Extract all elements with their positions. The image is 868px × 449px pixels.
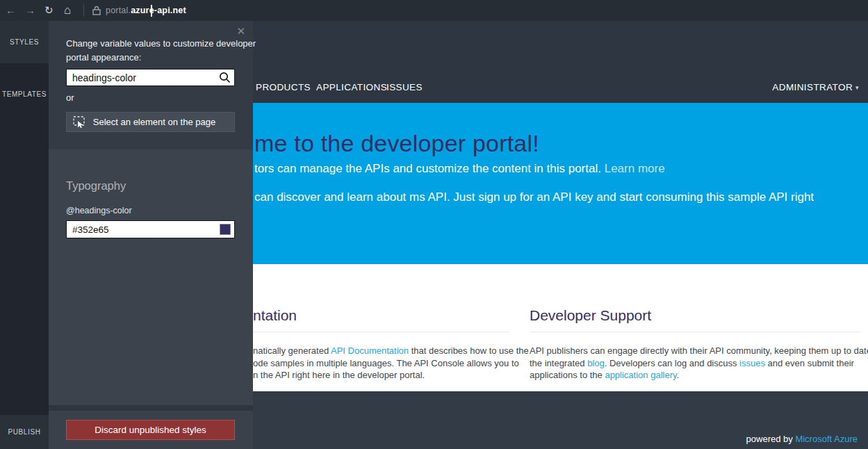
hero-subtitle-text: tors can manage the APIs and customize t… bbox=[254, 162, 605, 175]
color-swatch[interactable] bbox=[220, 224, 231, 235]
color-value-input[interactable] bbox=[66, 220, 235, 238]
close-icon[interactable]: ✕ bbox=[236, 25, 245, 38]
lock-icon bbox=[92, 6, 101, 15]
panel-footer: Discard unpublished styles bbox=[49, 411, 253, 449]
nav-link-issues[interactable]: ISSUES bbox=[386, 82, 423, 92]
divider bbox=[49, 405, 253, 411]
application-gallery-link[interactable]: application gallery bbox=[605, 370, 676, 380]
styles-panel: ✕ Change variable values to customize de… bbox=[49, 21, 253, 449]
variable-label: @headings-color bbox=[66, 206, 132, 215]
text-cursor bbox=[151, 5, 152, 17]
nav-link-products[interactable]: PRODUCTS bbox=[256, 82, 311, 92]
select-element-icon bbox=[73, 116, 87, 129]
support-line-2: the integrated blog. Developers can log … bbox=[530, 358, 854, 368]
home-icon[interactable]: ⌂ bbox=[64, 0, 71, 21]
support-line-1: API publishers can engage directly with … bbox=[530, 345, 868, 356]
documentation-line-2: ode samples in multiple languages. The A… bbox=[253, 358, 519, 368]
documentation-line-3: n the API right here in the developer po… bbox=[253, 370, 425, 380]
url-text[interactable]: portal.azure-api.net bbox=[106, 0, 186, 21]
discard-styles-button[interactable]: Discard unpublished styles bbox=[66, 420, 235, 440]
learn-more-link[interactable]: Learn more bbox=[605, 162, 665, 175]
heading-underline bbox=[530, 332, 860, 332]
hero-heading: me to the developer portal! bbox=[254, 130, 539, 157]
style-editor-overlay: STYLES TEMPLATES PUBLISH ✕ Change variab… bbox=[0, 21, 253, 449]
microsoft-azure-link[interactable]: Microsoft Azure bbox=[795, 434, 858, 444]
url-prefix: portal. bbox=[106, 6, 131, 15]
administrator-menu[interactable]: ADMINISTRATOR▾ bbox=[772, 82, 859, 92]
text-run: and even submit their bbox=[765, 358, 854, 368]
typography-title: Typography bbox=[66, 179, 126, 193]
browser-bar: ← → ↻ ⌂ portal.azure-api.net bbox=[0, 0, 868, 21]
text-run: the integrated bbox=[530, 358, 587, 368]
api-documentation-link[interactable]: API Documentation bbox=[331, 345, 409, 356]
documentation-line-1: natically generated API Documentation th… bbox=[253, 345, 529, 356]
nav-link-applications[interactable]: APPLICATIONS bbox=[316, 82, 387, 92]
sidebar-item-styles[interactable]: STYLES bbox=[0, 21, 49, 63]
divider bbox=[83, 4, 84, 17]
powered-by-text: powered by bbox=[746, 434, 796, 444]
screen: ← → ↻ ⌂ portal.azure-api.net PRODUCTS AP… bbox=[0, 0, 868, 449]
typography-section: Typography @headings-color bbox=[49, 149, 253, 405]
editor-sidebar: STYLES TEMPLATES PUBLISH bbox=[0, 21, 49, 449]
issues-link[interactable]: issues bbox=[739, 358, 765, 368]
administrator-label: ADMINISTRATOR bbox=[772, 82, 853, 92]
panel-intro-line-2: portal appearance: bbox=[66, 52, 141, 63]
developer-support-heading: Developer Support bbox=[530, 307, 651, 324]
hero-subtitle: tors can manage the APIs and customize t… bbox=[254, 162, 665, 176]
or-label: or bbox=[66, 92, 74, 103]
caret-down-icon: ▾ bbox=[855, 84, 859, 91]
color-field bbox=[66, 220, 235, 238]
support-line-3: applications to the application gallery. bbox=[530, 370, 679, 380]
text-run: . bbox=[677, 370, 680, 380]
refresh-icon[interactable]: ↻ bbox=[44, 0, 54, 21]
sidebar-item-templates[interactable]: TEMPLATES bbox=[0, 88, 49, 101]
forward-icon[interactable]: → bbox=[25, 0, 35, 21]
text-run: applications to the bbox=[530, 370, 605, 380]
blog-link[interactable]: blog bbox=[587, 358, 605, 368]
back-icon[interactable]: ← bbox=[6, 0, 16, 21]
text-run: that describes how to use the bbox=[409, 345, 529, 356]
hero-description: can discover and learn about ms API. Jus… bbox=[254, 190, 814, 204]
search-icon[interactable] bbox=[219, 72, 231, 83]
variable-search bbox=[66, 69, 235, 86]
sidebar-item-publish[interactable]: PUBLISH bbox=[0, 415, 49, 449]
powered-by: powered by Microsoft Azure bbox=[746, 434, 858, 444]
variable-search-input[interactable] bbox=[66, 69, 235, 86]
heading-underline bbox=[253, 332, 509, 332]
select-element-button[interactable]: Select an element on the page bbox=[66, 112, 235, 132]
url-domain: azure-api.net bbox=[131, 6, 186, 15]
panel-intro-line-1: Change variable values to customize deve… bbox=[66, 38, 256, 49]
documentation-heading: ntation bbox=[253, 307, 297, 324]
text-run: natically generated bbox=[253, 345, 331, 356]
text-run: . Developers can log and discuss bbox=[605, 358, 739, 368]
select-element-label: Select an element on the page bbox=[87, 117, 234, 127]
